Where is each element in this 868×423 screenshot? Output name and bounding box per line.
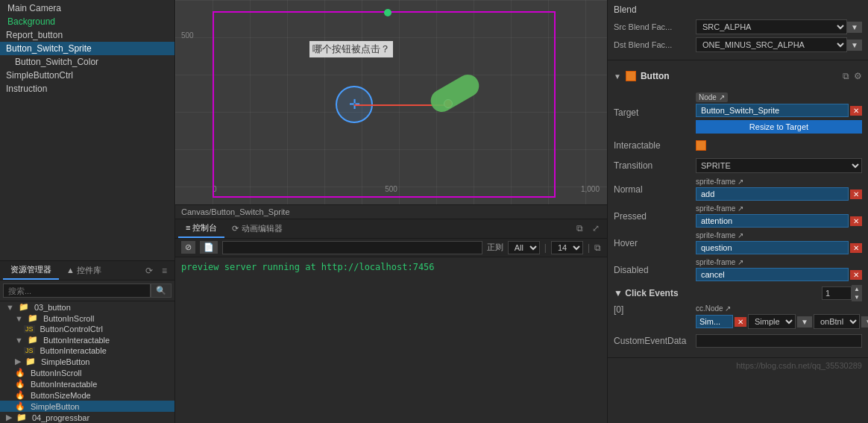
blend-title: Blend xyxy=(614,4,862,15)
simple-arrow[interactable]: ▼ xyxy=(797,316,812,328)
click-events-up[interactable]: ▲ xyxy=(852,285,862,293)
scene-view[interactable]: 500 0 500 1,000 哪个按钮被点击？ ✛ xyxy=(175,0,607,204)
hierarchy-item-background[interactable]: Background xyxy=(0,15,174,28)
console-copy2-icon[interactable]: ⧉ xyxy=(594,242,601,253)
button-checkbox[interactable] xyxy=(626,71,636,81)
asset-item-button-in-scroll[interactable]: ▼ 📁 ButtonInScroll xyxy=(0,313,174,324)
dst-blend-arrow[interactable]: ▼ xyxy=(847,40,862,51)
asset-label: ButtonControlCtrl xyxy=(40,325,103,333)
target-input[interactable] xyxy=(696,104,849,117)
target-clear-btn[interactable]: ✕ xyxy=(850,106,862,116)
tab-asset-manager[interactable]: 资源管理器 xyxy=(3,261,59,280)
pipe-separator: | xyxy=(544,242,547,253)
hierarchy-item-label: Report_button xyxy=(6,30,63,40)
asset-item-03-button[interactable]: ▼ 📁 03_button xyxy=(0,301,174,313)
console-doc-btn[interactable]: 📄 xyxy=(200,241,218,254)
button-section-menu-icon[interactable]: ⚙ xyxy=(854,71,862,81)
console-copy-icon[interactable]: ⧉ xyxy=(572,220,588,236)
log-type-select[interactable]: All xyxy=(508,241,540,254)
dst-blend-select[interactable]: ONE_MINUS_SRC_ALPHA xyxy=(696,37,847,52)
click-event-0-row: [0] cc.Node ↗ ✕ Simple ▼ onBtnl xyxy=(614,304,862,329)
tab-console[interactable]: ≡ 控制台 xyxy=(178,219,224,238)
hierarchy-item-button-switch-color[interactable]: Button_Switch_Color xyxy=(0,55,174,69)
asset-menu-icon[interactable]: ≡ xyxy=(157,263,172,279)
app-window: Main Camera Background Report_button But… xyxy=(0,0,868,423)
node-badge[interactable]: Node ↗ xyxy=(696,93,728,102)
console-cancel-btn[interactable]: ⊘ xyxy=(181,241,195,254)
asset-label: ButtonInScroll xyxy=(43,314,94,323)
asset-label: ButtonInteractable xyxy=(43,336,110,345)
cc-node-badge[interactable]: cc.Node ↗ xyxy=(696,304,868,313)
disabled-sprite-badge[interactable]: sprite-frame ↗ xyxy=(696,258,862,266)
onbtn-arrow[interactable]: ▼ xyxy=(861,316,868,328)
disabled-input[interactable] xyxy=(696,268,849,281)
simple-select[interactable]: Simple xyxy=(748,314,796,329)
button-section-copy-icon[interactable]: ⧉ xyxy=(843,71,849,81)
onbtn-select[interactable]: onBtnl xyxy=(814,314,860,329)
resize-to-target-btn[interactable]: Resize to Target xyxy=(696,120,862,134)
disabled-clear-btn[interactable]: ✕ xyxy=(850,270,862,280)
asset-item-button-interactable-js[interactable]: JS ButtonInteractable xyxy=(0,345,174,356)
search-input[interactable] xyxy=(3,283,151,298)
folder-icon: 📁 xyxy=(19,302,29,312)
search-button[interactable]: 🔍 xyxy=(151,283,172,298)
custom-event-input[interactable] xyxy=(696,334,862,348)
asset-item-button-size-mode[interactable]: 🔥 ButtonSizeMode xyxy=(0,389,174,401)
target-row: Target Node ↗ ✕ Resize to Target xyxy=(614,92,862,134)
normal-sprite-badge[interactable]: sprite-frame ↗ xyxy=(696,178,862,186)
normal-input[interactable] xyxy=(696,187,849,201)
click-event-0-container: cc.Node ↗ ✕ Simple ▼ onBtnl ▼ xyxy=(696,304,868,329)
hover-sprite-badge[interactable]: sprite-frame ↗ xyxy=(696,231,862,239)
pressed-sprite-badge[interactable]: sprite-frame ↗ xyxy=(696,204,862,213)
asset-item-button-interactable-folder[interactable]: ▼ 📁 ButtonInteractable xyxy=(0,334,174,345)
pressed-clear-btn[interactable]: ✕ xyxy=(850,216,862,226)
expand-tri: ▶ xyxy=(15,357,21,366)
dst-blend-label: Dst Blend Fac... xyxy=(614,40,696,49)
click-events-down[interactable]: ▼ xyxy=(852,293,862,301)
tab-widget-library[interactable]: ▲ 控件库 xyxy=(59,262,109,279)
console-expand-icon[interactable]: ⤢ xyxy=(588,220,604,236)
sim-clear-btn[interactable]: ✕ xyxy=(735,317,746,327)
asset-label: ButtonInteractable xyxy=(40,346,107,355)
font-size-select[interactable]: 14 xyxy=(551,241,583,254)
asset-item-button-in-scroll-fire[interactable]: 🔥 ButtonInScroll xyxy=(0,367,174,378)
asset-item-simple-button[interactable]: 🔥 SimpleButton xyxy=(0,401,174,412)
pressed-input[interactable] xyxy=(696,214,849,228)
canvas-label: 哪个按钮被点击？ xyxy=(309,41,393,57)
sim-input[interactable] xyxy=(696,315,733,328)
hierarchy-item-report-button[interactable]: Report_button xyxy=(0,28,174,42)
asset-item-button-interactable-fire[interactable]: 🔥 ButtonInteractable xyxy=(0,378,174,389)
src-blend-select[interactable]: SRC_ALPHA xyxy=(696,19,847,34)
hierarchy-item-instruction[interactable]: Instruction xyxy=(0,82,174,95)
disabled-field-with-x: ✕ xyxy=(696,268,862,281)
normal-field-with-x: ✕ xyxy=(696,187,862,201)
disabled-badge-text: sprite-frame ↗ xyxy=(696,258,743,266)
tab-animation-editor[interactable]: ⟳ 动画编辑器 xyxy=(224,220,289,237)
asset-label: SimpleButton xyxy=(41,357,89,366)
interactable-checkbox[interactable] xyxy=(696,140,706,151)
hover-input[interactable] xyxy=(696,241,849,254)
hierarchy-item-simple-button-ctrl[interactable]: SimpleButtonCtrl xyxy=(0,69,174,82)
interactable-label: Interactable xyxy=(614,140,696,151)
hover-clear-btn[interactable]: ✕ xyxy=(850,243,862,253)
hierarchy-item-label: Background xyxy=(7,16,55,27)
click-events-spinner[interactable]: ▲ ▼ xyxy=(852,285,862,301)
asset-item-04-progressbar[interactable]: ▶ 📁 04_progressbar xyxy=(0,412,174,423)
click-events-label[interactable]: ▼ Click Events xyxy=(614,288,679,298)
asset-item-simple-button-folder[interactable]: ▶ 📁 SimpleButton xyxy=(0,356,174,367)
transition-select[interactable]: SPRITE xyxy=(696,158,862,173)
expand-tri: ▼ xyxy=(6,303,14,312)
console-filter-input[interactable] xyxy=(222,241,482,254)
expand-tri: ▶ xyxy=(6,413,12,422)
center-column: 500 0 500 1,000 哪个按钮被点击？ ✛ Canvas/Button xyxy=(175,0,607,423)
asset-refresh-icon[interactable]: ⟳ xyxy=(141,263,157,279)
click-events-count[interactable] xyxy=(822,286,852,300)
normal-clear-btn[interactable]: ✕ xyxy=(850,189,862,199)
asset-item-button-control-ctrl[interactable]: JS ButtonControlCtrl xyxy=(0,324,174,334)
hierarchy-item-main-camera[interactable]: Main Camera xyxy=(0,1,174,15)
target-label: Target xyxy=(614,107,696,118)
button-section-header[interactable]: ▼ Button ⧉ ⚙ xyxy=(614,65,862,87)
hierarchy-item-button-switch-sprite[interactable]: Button_Switch_Sprite xyxy=(0,42,174,55)
src-blend-arrow[interactable]: ▼ xyxy=(847,22,862,33)
asset-label: 04_progressbar xyxy=(32,413,89,422)
